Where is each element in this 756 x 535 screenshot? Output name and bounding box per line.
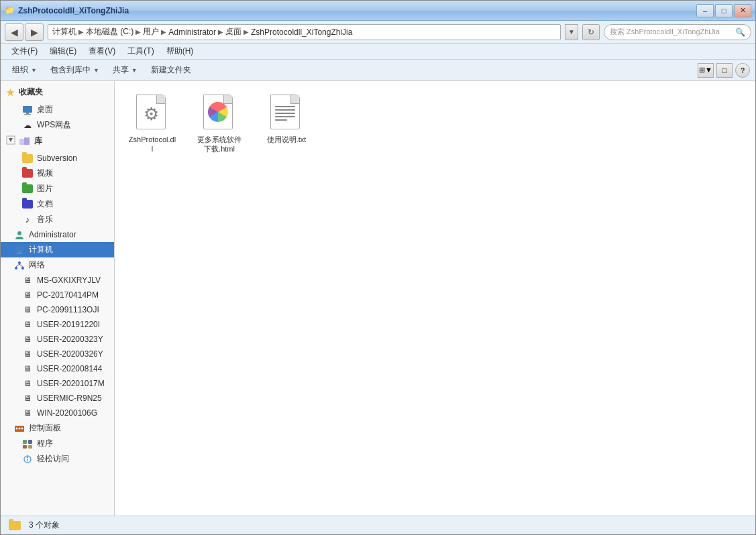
title-bar-left: 📁 ZshProtocoldll_XiTongZhiJia: [5, 5, 129, 16]
svg-rect-1: [26, 113, 29, 114]
menu-tools[interactable]: 工具(T): [122, 44, 159, 58]
file-item-html[interactable]: 更多系统软件下载.html: [193, 92, 246, 157]
sidebar-item-programs[interactable]: 程序: [1, 436, 114, 451]
file-item-dll[interactable]: ⚙ ZshProtocol.dll: [125, 92, 179, 157]
file-item-txt[interactable]: 使用说明.txt: [260, 92, 313, 157]
sidebar-item-win-2020[interactable]: 🖥 WIN-20200106G: [1, 406, 114, 420]
svg-point-7: [17, 231, 21, 235]
sidebar-item-video[interactable]: 视频: [1, 166, 114, 181]
programs-label: 程序: [37, 438, 53, 449]
share-button[interactable]: 共享 ▼: [107, 62, 144, 78]
minimize-button[interactable]: –: [696, 4, 714, 17]
dll-file-name: ZshProtocol.dll: [128, 135, 176, 154]
administrator-label: Administrator: [29, 230, 76, 239]
colorwheel-icon: [208, 102, 228, 122]
status-folder-icon: [9, 521, 21, 530]
subversion-icon: [22, 153, 33, 164]
refresh-button[interactable]: ↻: [582, 24, 600, 40]
wps-label: WPS网盘: [37, 119, 71, 131]
library-header[interactable]: 库: [1, 133, 114, 150]
menu-view[interactable]: 查看(V): [83, 44, 121, 58]
user-20201017-icon: 🖥: [22, 378, 33, 389]
favorites-header[interactable]: ★ 收藏夹: [1, 84, 114, 101]
sidebar-item-image[interactable]: 图片: [1, 181, 114, 196]
sidebar-item-desktop[interactable]: 桌面: [1, 102, 114, 117]
library-expand-icon: [6, 135, 15, 147]
address-path-box[interactable]: 计算机 ▶ 本地磁盘 (C:) ▶ 用户 ▶ Administrator ▶ 桌…: [48, 24, 561, 40]
star-icon: ★: [6, 87, 15, 98]
help-button[interactable]: ?: [735, 63, 750, 78]
close-button[interactable]: ✕: [734, 4, 751, 17]
user-20200326-label: USER-20200326Y: [37, 349, 103, 359]
path-content: 计算机 ▶ 本地磁盘 (C:) ▶ 用户 ▶ Administrator ▶ 桌…: [52, 26, 556, 38]
user-20201017-label: USER-20201017M: [37, 379, 105, 388]
maximize-button[interactable]: □: [715, 4, 733, 17]
pc-2099-icon: 🖥: [22, 304, 33, 315]
window-title: ZshProtocoldll_XiTongZhiJia: [18, 6, 129, 15]
video-icon: [22, 168, 33, 179]
address-dropdown-button[interactable]: ▼: [565, 24, 578, 40]
svg-line-14: [16, 264, 19, 267]
library-icon: [19, 136, 30, 147]
path-arrow-1: ▶: [78, 28, 84, 36]
menu-help[interactable]: 帮助(H): [161, 44, 199, 58]
sidebar-item-controlpanel[interactable]: 控制面板: [1, 420, 114, 436]
usermic-label: USERMIC-R9N25: [37, 394, 102, 403]
svg-rect-2: [24, 114, 31, 115]
image-icon: [22, 184, 33, 194]
sidebar-item-document[interactable]: 文档: [1, 196, 114, 212]
gear-icon: ⚙: [144, 104, 159, 125]
include-library-label: 包含到库中: [50, 64, 91, 76]
sidebar-item-administrator[interactable]: Administrator: [1, 227, 114, 242]
network-icon: [14, 260, 25, 271]
svg-point-19: [21, 427, 23, 429]
music-icon: ♪: [22, 215, 33, 225]
controlpanel-label: 控制面板: [29, 422, 61, 434]
html-file-name: 更多系统软件下载.html: [195, 135, 244, 154]
sidebar-item-network[interactable]: 网络: [1, 257, 114, 273]
sidebar-item-computer[interactable]: 计算机: [1, 242, 114, 257]
sidebar-item-user-20201017[interactable]: 🖥 USER-20201017M: [1, 376, 114, 391]
sidebar-item-pc-2099[interactable]: 🖥 PC-20991113OJI: [1, 302, 114, 317]
back-button[interactable]: ◀: [5, 23, 23, 41]
path-arrow-5: ▶: [244, 28, 249, 36]
desktop-icon: [22, 105, 33, 115]
view-options-button[interactable]: ⊞▼: [698, 63, 714, 78]
search-button[interactable]: 🔍: [735, 27, 745, 38]
sidebar-item-wps[interactable]: ☁ WPS网盘: [1, 117, 114, 133]
nav-buttons: ◀ ▶: [5, 23, 44, 41]
menu-edit[interactable]: 编辑(E): [44, 44, 82, 58]
sidebar-item-pc-2017[interactable]: 🖥 PC-20170414PM: [1, 288, 114, 302]
menu-file[interactable]: 文件(F): [6, 44, 43, 58]
file-grid: ⚙ ZshProtocol.dll: [125, 92, 745, 157]
svg-marker-4: [9, 138, 13, 142]
status-bar: 3 个对象: [1, 516, 755, 534]
subversion-label: Subversion: [37, 154, 77, 163]
sidebar-item-user-20200323[interactable]: 🖥 USER-20200323Y: [1, 332, 114, 347]
txt-file-icon: [268, 95, 305, 132]
sidebar-item-ms-gxk[interactable]: 🖥 MS-GXKIXRYJLV: [1, 273, 114, 288]
sidebar-item-music[interactable]: ♪ 音乐: [1, 212, 114, 227]
dll-file-icon: ⚙: [133, 95, 171, 132]
sidebar-item-user-20200326[interactable]: 🖥 USER-20200326Y: [1, 347, 114, 361]
user-20200326-icon: 🖥: [22, 349, 33, 359]
sidebar-item-easyaccess[interactable]: 轻松访问: [1, 451, 114, 467]
music-label: 音乐: [37, 214, 53, 225]
title-controls: – □ ✕: [696, 4, 751, 17]
explorer-window: 📁 ZshProtocoldll_XiTongZhiJia – □ ✕ ◀ ▶ …: [0, 0, 756, 535]
path-part-6: ZshProtocoldll_XiTongZhiJia: [251, 27, 352, 37]
content-area[interactable]: ⚙ ZshProtocol.dll: [115, 81, 755, 516]
new-folder-button[interactable]: 新建文件夹: [145, 62, 197, 78]
sidebar-item-usermic[interactable]: 🖥 USERMIC-R9N25: [1, 391, 114, 406]
forward-button[interactable]: ▶: [25, 23, 44, 41]
svg-rect-9: [18, 252, 21, 253]
sidebar-item-user-20200814[interactable]: 🖥 USER-202008144: [1, 361, 114, 376]
usermic-icon: 🖥: [22, 393, 33, 404]
user-2019-label: USER-20191220I: [37, 320, 100, 329]
path-part-2: 本地磁盘 (C:): [86, 26, 133, 38]
preview-pane-button[interactable]: □: [716, 63, 733, 78]
sidebar-item-subversion[interactable]: Subversion: [1, 151, 114, 166]
organize-button[interactable]: 组织 ▼: [6, 62, 43, 78]
include-library-button[interactable]: 包含到库中 ▼: [44, 62, 105, 78]
sidebar-item-user-2019[interactable]: 🖥 USER-20191220I: [1, 317, 114, 332]
